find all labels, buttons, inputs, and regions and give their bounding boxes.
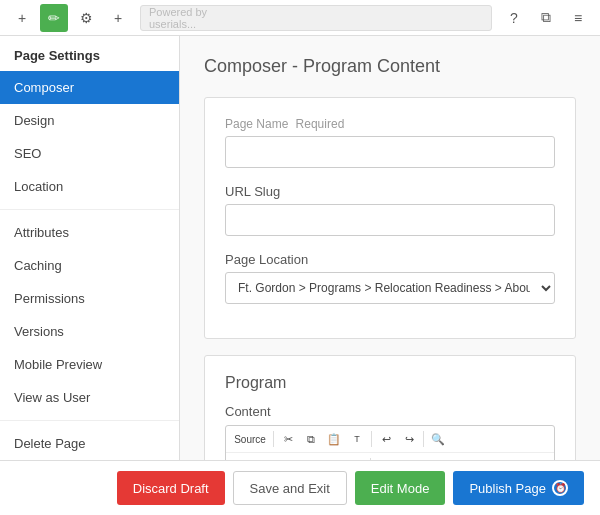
undo-button[interactable]: ↩ — [375, 429, 397, 449]
page-location-select[interactable]: Ft. Gordon > Programs > Relocation Readi… — [225, 272, 555, 304]
paste-button[interactable]: 📋 — [323, 429, 345, 449]
sidebar-title: Page Settings — [0, 36, 179, 71]
save-and-exit-button[interactable]: Save and Exit — [233, 471, 347, 505]
rich-text-editor: Source ✂ ⧉ 📋 T ↩ ↪ 🔍 B — [225, 425, 555, 460]
sidebar-item-caching[interactable]: Caching — [0, 249, 179, 282]
cut-button[interactable]: ✂ — [277, 429, 299, 449]
topbar-actions: ? ⧉ ≡ — [500, 4, 592, 32]
sidebar-item-mobile-preview[interactable]: Mobile Preview — [0, 348, 179, 381]
tab-plus-icon[interactable]: + — [104, 4, 132, 32]
page-name-input[interactable] — [225, 136, 555, 168]
sidebar-item-delete-page[interactable]: Delete Page — [0, 427, 179, 460]
redo-button[interactable]: ↪ — [398, 429, 420, 449]
sidebar-item-design[interactable]: Design — [0, 104, 179, 137]
main-layout: Page Settings Composer Design SEO Locati… — [0, 36, 600, 460]
program-section-title: Program — [225, 374, 555, 392]
settings-icon[interactable]: ≡ — [564, 4, 592, 32]
sidebar-item-view-as-user[interactable]: View as User — [0, 381, 179, 414]
bottom-bar: Discard Draft Save and Exit Edit Mode Pu… — [0, 460, 600, 515]
topbar: + ✏ ⚙ + Powered by userials... ? ⧉ ≡ — [0, 0, 600, 36]
edit-mode-button[interactable]: Edit Mode — [355, 471, 446, 505]
sidebar-item-attributes[interactable]: Attributes — [0, 216, 179, 249]
program-section: Program Content Source ✂ ⧉ 📋 T ↩ ↪ — [204, 355, 576, 460]
publish-page-button[interactable]: Publish Page ⏰ — [453, 471, 584, 505]
page-name-label: Page Name Required — [225, 116, 555, 131]
sidebar-item-versions[interactable]: Versions — [0, 315, 179, 348]
content-label: Content — [225, 404, 555, 419]
tb-sep-2 — [371, 431, 372, 447]
url-slug-label: URL Slug — [225, 184, 555, 199]
sidebar-item-permissions[interactable]: Permissions — [0, 282, 179, 315]
sidebar-divider-2 — [0, 420, 179, 421]
sidebar-divider-1 — [0, 209, 179, 210]
discard-draft-button[interactable]: Discard Draft — [117, 471, 225, 505]
page-name-group: Page Name Required — [225, 116, 555, 168]
search-input[interactable] — [235, 11, 483, 25]
toolbar-row-1: Source ✂ ⧉ 📋 T ↩ ↪ 🔍 — [226, 426, 554, 453]
toolbar-row-2: B I U S x₂ x² Tₓ — [226, 453, 554, 460]
add-icon[interactable]: + — [8, 4, 36, 32]
find-button[interactable]: 🔍 — [427, 429, 449, 449]
page-location-label: Page Location — [225, 252, 555, 267]
help-icon[interactable]: ? — [500, 4, 528, 32]
sidebar-item-composer[interactable]: Composer — [0, 71, 179, 104]
pencil-icon[interactable]: ✏ — [40, 4, 68, 32]
content-title: Composer - Program Content — [204, 56, 576, 77]
editor-toolbar: Source ✂ ⧉ 📋 T ↩ ↪ 🔍 B — [226, 426, 554, 460]
powered-by-text: Powered by userials... — [149, 6, 229, 30]
publish-clock-icon: ⏰ — [552, 480, 568, 496]
gear-icon[interactable]: ⚙ — [72, 4, 100, 32]
search-bar: Powered by userials... — [140, 5, 492, 31]
copy-icon[interactable]: ⧉ — [532, 4, 560, 32]
sidebar-item-location[interactable]: Location — [0, 170, 179, 203]
url-slug-input[interactable] — [225, 204, 555, 236]
page-location-group: Page Location Ft. Gordon > Programs > Re… — [225, 252, 555, 304]
paste-text-button[interactable]: T — [346, 429, 368, 449]
sidebar-item-seo[interactable]: SEO — [0, 137, 179, 170]
tb-sep-3 — [423, 431, 424, 447]
tb-sep-1 — [273, 431, 274, 447]
content-area: Composer - Program Content Page Name Req… — [180, 36, 600, 460]
url-slug-group: URL Slug — [225, 184, 555, 236]
copy-button[interactable]: ⧉ — [300, 429, 322, 449]
source-button[interactable]: Source — [230, 429, 270, 449]
page-settings-section: Page Name Required URL Slug Page Locatio… — [204, 97, 576, 339]
sidebar: Page Settings Composer Design SEO Locati… — [0, 36, 180, 460]
